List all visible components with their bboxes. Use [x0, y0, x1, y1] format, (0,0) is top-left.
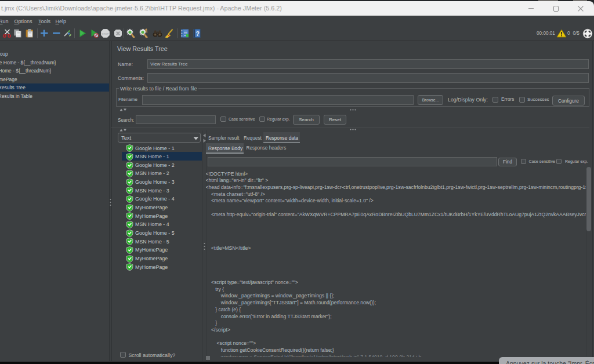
svg-text:STOP: STOP [102, 32, 109, 35]
svg-text:?: ? [196, 30, 200, 37]
